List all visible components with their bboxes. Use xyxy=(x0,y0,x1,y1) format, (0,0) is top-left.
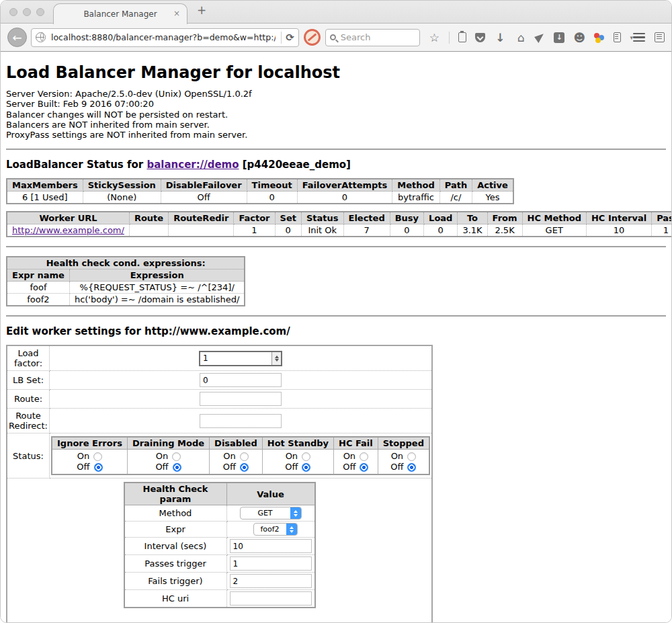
url-input[interactable] xyxy=(50,32,277,43)
hot-standby-off-radio[interactable] xyxy=(302,463,310,472)
column-header: Factor xyxy=(234,212,275,224)
worker-url-link[interactable]: http://www.example.com/ xyxy=(12,225,124,235)
fails-trigger-input[interactable] xyxy=(230,574,312,588)
draining-mode-off-radio[interactable] xyxy=(173,463,181,472)
hc-uri-label: HC uri xyxy=(124,590,227,608)
on-label: On xyxy=(286,451,298,462)
section-divider xyxy=(6,149,666,150)
on-label: On xyxy=(223,451,235,462)
pocket-icon[interactable] xyxy=(475,33,485,42)
tab-close-icon[interactable]: × xyxy=(173,9,180,18)
adblocker-icon[interactable] xyxy=(304,29,321,46)
method-select[interactable]: GET xyxy=(240,507,302,520)
route-input[interactable] xyxy=(200,392,282,406)
load-factor-input[interactable] xyxy=(200,352,271,365)
stopped-on-radio[interactable] xyxy=(407,452,416,461)
column-header: HC Fail xyxy=(334,437,378,450)
cell-busy: 0 xyxy=(390,224,423,237)
hc-expressions-title: Health check cond. expressions: xyxy=(7,257,245,269)
route-redirect-label: Route Redirect: xyxy=(7,409,50,433)
reading-list-icon[interactable] xyxy=(458,32,466,42)
interval-label: Interval (secs) xyxy=(124,538,227,555)
route-redirect-input[interactable] xyxy=(200,414,282,428)
ignore-errors-on-radio[interactable] xyxy=(93,452,102,461)
reader-grid-icon[interactable] xyxy=(655,32,665,42)
expr-select[interactable]: foof2 xyxy=(253,523,298,536)
cell-hc-interval: 10 xyxy=(586,224,651,237)
hc-uri-input[interactable] xyxy=(230,591,312,606)
worker-row: http://www.example.com/ 1 0 Init Ok 7 0 … xyxy=(7,224,672,237)
window-close-button[interactable] xyxy=(9,8,17,16)
inherit-note-line: Balancers are NOT inherited from main se… xyxy=(6,120,666,130)
send-tab-icon[interactable] xyxy=(535,32,547,43)
chat-smiley-icon[interactable]: ☻ xyxy=(573,32,585,44)
expr-select-value: foof2 xyxy=(254,525,286,534)
back-button[interactable]: ← xyxy=(7,28,27,47)
hc-fail-on-radio[interactable] xyxy=(360,452,368,461)
bookmark-star-icon[interactable]: ☆ xyxy=(428,32,440,44)
hc-fail-off-radio[interactable] xyxy=(360,463,368,472)
cell-set: 0 xyxy=(275,224,301,237)
cell-factor: 1 xyxy=(234,224,275,237)
reload-icon[interactable]: ⟳ xyxy=(286,32,294,44)
balancer-demo-link[interactable]: balancer://demo xyxy=(146,159,239,171)
hc-param-row: Fails trigger) xyxy=(124,573,315,590)
new-tab-button[interactable]: + xyxy=(197,3,206,17)
site-identity-globe-icon[interactable] xyxy=(36,32,46,42)
route-label: Route: xyxy=(7,390,50,409)
window-zoom-button[interactable] xyxy=(36,8,44,16)
tab-title: Balancer Manager xyxy=(83,9,157,19)
ignore-errors-off-radio[interactable] xyxy=(94,463,103,472)
form-row: Route Redirect: xyxy=(7,409,432,433)
disabled-off-radio[interactable] xyxy=(240,463,249,472)
column-header: Expr name xyxy=(7,269,69,282)
balancer-summary-table: MaxMembers StickySession DisableFailover… xyxy=(6,178,514,204)
stopped-off-radio[interactable] xyxy=(407,463,416,472)
hello-colors-icon[interactable] xyxy=(594,32,605,43)
off-label: Off xyxy=(77,462,89,472)
panel-list-icon[interactable] xyxy=(614,32,621,42)
cell-elected: 7 xyxy=(343,224,390,237)
off-label: Off xyxy=(390,462,403,472)
tab-balancer-manager[interactable]: Balancer Manager × xyxy=(53,3,187,24)
window-minimize-button[interactable] xyxy=(23,8,31,16)
search-input[interactable] xyxy=(339,32,406,43)
method-select-value: GET xyxy=(241,509,290,517)
heading-suffix: [p4420eeae_demo] xyxy=(239,159,351,171)
column-header: Path xyxy=(439,179,472,192)
interval-input[interactable] xyxy=(230,539,312,553)
column-header: Ignore Errors xyxy=(52,437,127,450)
draining-mode-on-radio[interactable] xyxy=(172,452,181,461)
url-bar[interactable]: ⟳ xyxy=(31,28,299,47)
column-header: To xyxy=(458,212,487,224)
downloads-icon[interactable]: ↓ xyxy=(494,32,506,44)
home-icon[interactable]: ⌂ xyxy=(515,32,527,44)
search-bar[interactable] xyxy=(325,29,421,46)
worker-table: Worker URL Route RouteRedir Factor Set S… xyxy=(6,211,672,237)
load-factor-field-wrap xyxy=(199,351,282,366)
select-stepper-icon xyxy=(290,507,301,520)
expr-row: foof %{REQUEST_STATUS} =~ /^[234]/ xyxy=(7,282,245,294)
fails-trigger-label: Fails trigger) xyxy=(124,573,227,590)
column-header: Timeout xyxy=(247,179,297,192)
off-label: Off xyxy=(223,462,236,472)
titlebar: Balancer Manager × + xyxy=(1,1,671,24)
column-header: From xyxy=(487,212,522,224)
menu-hamburger-icon[interactable] xyxy=(633,33,645,42)
hot-standby-on-radio[interactable] xyxy=(302,452,310,461)
form-row: LB Set: xyxy=(7,371,432,390)
server-version-line: Server Version: Apache/2.5.0-dev (Unix) … xyxy=(6,89,666,99)
hc-param-row: Interval (secs) xyxy=(124,538,315,555)
passes-trigger-input[interactable] xyxy=(230,556,312,571)
cell-passes: 1 (0) xyxy=(652,224,672,237)
disabled-on-radio[interactable] xyxy=(240,452,249,461)
persist-note-line: Balancer changes will NOT be persisted o… xyxy=(6,110,666,120)
hc-param-row: Expr foof2 xyxy=(124,522,315,538)
lb-set-label: LB Set: xyxy=(7,371,50,390)
number-stepper[interactable] xyxy=(271,352,281,365)
page-title: Load Balancer Manager for localhost xyxy=(6,63,666,82)
column-header: Set xyxy=(275,212,301,224)
lb-set-input[interactable] xyxy=(200,373,282,387)
column-header: Route xyxy=(129,212,168,224)
save-page-icon[interactable]: ↓ xyxy=(554,32,564,43)
